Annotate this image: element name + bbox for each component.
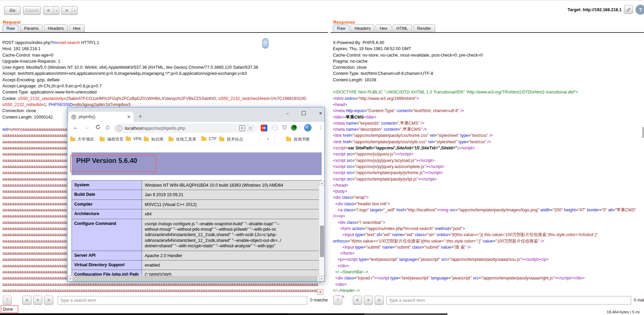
scroll-up-icon[interactable]: ▲ (319, 181, 324, 186)
code-line: <script src="/appcms/template/paody/js/h… (333, 170, 643, 176)
forward-icon[interactable]: → (84, 124, 90, 131)
scroll-down-icon[interactable]: ▼ (317, 289, 323, 295)
response-search-input[interactable] (386, 296, 631, 304)
request-tab-hex[interactable]: Hex (69, 24, 84, 32)
translate-icon[interactable]: a (239, 125, 245, 131)
browser-menu-icon[interactable]: ⋮ (318, 124, 323, 130)
bookmark-item[interactable]: 大学项目 (70, 136, 94, 142)
code-segment: "javascript" (419, 257, 440, 262)
bookmark-star-icon[interactable]: ☆ (248, 125, 253, 131)
phpinfo-value-cell: enabled (142, 260, 321, 270)
bookmark-item[interactable]: 编程语言 (100, 136, 123, 142)
code-segment: </head> (333, 183, 348, 188)
code-segment: > (388, 202, 390, 206)
prev-request-button[interactable]: < ▼ (43, 6, 59, 15)
other-bookmarks-folder[interactable]: 其他书签 (286, 136, 310, 142)
response-tab-hex[interactable]: Hex (376, 24, 391, 32)
code-line: <meta name="description" content=",苹果CMS… (333, 126, 643, 132)
code-segment: ></script> (426, 164, 444, 169)
code-segment: "text/css" (469, 140, 486, 144)
window-close-button[interactable]: ✕ (316, 109, 326, 117)
page-horizontal-scrollbar[interactable]: ◄ ► (67, 276, 324, 281)
extension-blocker-icon[interactable]: – (272, 125, 278, 130)
response-search-bar: ?<+> 0 matches (330, 296, 644, 306)
home-icon[interactable]: ⌂ (106, 123, 109, 131)
bookmark-item[interactable]: CTF (201, 136, 217, 141)
response-tab-html[interactable]: HTML (393, 24, 412, 32)
code-line: Connection: close (333, 64, 643, 70)
code-segment: union( (10, 127, 22, 132)
page-hscroll-thumb[interactable] (73, 276, 317, 281)
code-segment: ><script (374, 276, 390, 280)
response-search-prev-button[interactable]: < (353, 296, 362, 305)
bookmark-item[interactable]: 知识库 (144, 136, 163, 142)
response-tab-render[interactable]: Render (413, 24, 435, 32)
next-request-button[interactable]: > ▼ (61, 6, 78, 15)
page-vertical-scrollbar[interactable]: ▲ ▼ (319, 181, 324, 277)
extension-green-icon[interactable] (291, 125, 297, 131)
cancel-button[interactable]: Cancel (23, 6, 41, 15)
code-line: Accept-Encoding: gzip, deflate (2, 77, 326, 83)
back-icon[interactable]: ← (73, 124, 79, 131)
response-search-help-button[interactable]: ? (333, 296, 342, 305)
response-scrollbar-thumb[interactable] (642, 127, 644, 138)
bookmark-item[interactable]: VPN (126, 136, 142, 141)
page-vscroll-thumb[interactable] (320, 226, 324, 257)
extension-shield-icon[interactable] (282, 125, 287, 130)
response-viewer[interactable]: X-Powered-By: PHP/5.6.40Expires: Thu, 19… (333, 40, 643, 314)
code-line: onfocus="if(this.value=='100万部影片任你搜索'){t… (333, 238, 643, 244)
request-search-next-button[interactable]: > (44, 296, 53, 305)
response-search-add-button[interactable]: + (364, 296, 373, 305)
help-icon[interactable]: ? (636, 5, 644, 15)
new-tab-button[interactable]: + (137, 113, 144, 121)
code-segment: = (352, 158, 355, 163)
browser-tab[interactable]: phpinfo() ✕ (68, 112, 134, 122)
browser-titlebar[interactable]: phpinfo() ✕ + – ✕ (67, 107, 324, 122)
reload-icon[interactable] (95, 124, 101, 130)
request-search-input[interactable] (58, 296, 307, 304)
url-text[interactable]: localhost/appcms/phpinfo.php (125, 126, 239, 131)
window-minimize-button[interactable]: – (282, 109, 293, 117)
code-segment: "text/html; charset=utf-8" (413, 108, 459, 113)
code-segment: <p><script (338, 257, 359, 262)
code-segment: type (458, 140, 466, 144)
phpinfo-value-line: MSVC11 (Visual C++ 2012) (145, 202, 319, 207)
prev-dropdown-icon[interactable]: ▼ (54, 6, 59, 15)
request-scrollbar-thumb[interactable] (262, 38, 268, 48)
response-tab-raw[interactable]: Raw (333, 24, 349, 32)
response-panel: Response RawHeadersHexHTMLRender X-Power… (330, 17, 644, 315)
code-segment: "/appcms/index.php?m=vod-search" (366, 226, 434, 231)
response-tab-headers[interactable]: Headers (350, 24, 375, 32)
code-segment: m (53, 40, 56, 45)
code-segment: <!--/Header--> (333, 288, 360, 293)
address-bar[interactable]: i localhost/appcms/phpinfo.php a ☆ (113, 124, 256, 133)
code-segment: <div (333, 195, 342, 200)
next-dropdown-icon[interactable]: ▼ (72, 6, 77, 15)
code-segment: "text/css" (471, 133, 488, 138)
extension-fe-icon[interactable]: FE (261, 125, 267, 131)
code-segment: action (352, 226, 363, 231)
tab-close-icon[interactable]: ✕ (127, 114, 131, 120)
profile-avatar[interactable] (304, 124, 311, 131)
request-tab-params[interactable]: Params (20, 24, 43, 32)
phpinfo-value-cell: cscript /nologo configure.js "--enable-s… (142, 219, 321, 251)
window-maximize-button[interactable] (299, 109, 309, 117)
request-tab-headers[interactable]: Headers (44, 24, 68, 32)
go-button[interactable]: Go (4, 6, 21, 15)
request-tab-raw[interactable]: Raw (2, 24, 19, 32)
scroll-left-icon[interactable]: ◄ (67, 276, 73, 281)
code-segment: "/appcms/template/paody/js/tpl.js" (355, 177, 418, 182)
request-search-help-button[interactable]: ? (3, 296, 12, 305)
request-search-prev-button[interactable]: < (22, 296, 32, 305)
code-segment: border (587, 208, 599, 212)
code-segment: "toprad r" (357, 276, 374, 280)
bookmark-item[interactable]: 技术站点 (219, 136, 243, 142)
page-info-icon[interactable]: i (117, 126, 122, 131)
edit-target-button[interactable] (624, 5, 633, 14)
bookmark-item[interactable]: 在线工具库 (168, 136, 196, 142)
bookmarks-overflow-icon[interactable]: » (267, 136, 269, 141)
scroll-right-icon[interactable]: ► (319, 276, 324, 281)
response-search-next-button[interactable]: > (375, 296, 384, 305)
request-search-add-button[interactable]: + (33, 296, 42, 305)
phpinfo-value-line: dotnet=shared" "--with-mcrypt=static" "-… (145, 243, 319, 249)
